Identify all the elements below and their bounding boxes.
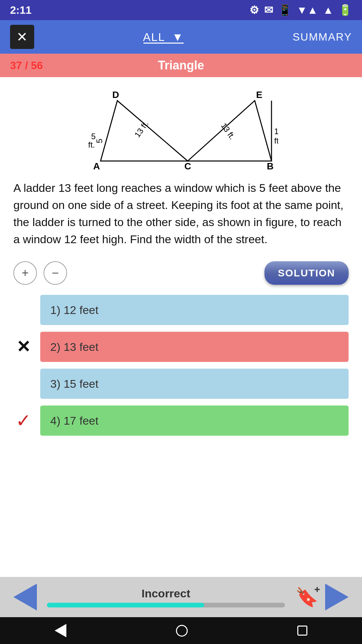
settings-icon: ⚙: [249, 4, 259, 16]
dropdown-arrow-icon: ▼: [172, 31, 184, 44]
svg-text:12: 12: [274, 127, 278, 136]
bookmark-plus-icon: +: [314, 584, 320, 595]
option-label-3: 3) 15 feet: [50, 377, 99, 390]
svg-text:B: B: [267, 161, 274, 171]
zoom-in-icon: +: [21, 266, 28, 280]
option-button-4[interactable]: 4) 17 feet: [40, 406, 349, 436]
option-label-4: 4) 17 feet: [50, 414, 99, 427]
svg-text:5: 5: [91, 132, 96, 141]
close-button[interactable]: ✕: [10, 25, 34, 49]
summary-button[interactable]: SUMMARY: [293, 31, 352, 43]
email-icon: ✉: [264, 4, 273, 16]
option-row-2: ✕ 2) 13 feet: [13, 332, 349, 362]
filter-wrapper: ALL ▼: [143, 31, 184, 44]
android-home-icon: [176, 625, 188, 637]
bottom-center: Incorrect: [40, 587, 292, 607]
progress-track: [47, 603, 285, 607]
option-label-2: 2) 13 feet: [50, 340, 99, 353]
nav-underline: [143, 43, 184, 44]
main-content: D E A C B 5 5 ft. 13 ft. 13 ft. 12 ft.: [0, 77, 362, 577]
time-label: 2:11: [10, 4, 32, 16]
options-container: 1) 12 feet ✕ 2) 13 feet 3) 15 feet ✓ 4) …: [10, 291, 352, 439]
option-row-3: 3) 15 feet: [13, 369, 349, 399]
result-label: Incorrect: [141, 587, 190, 600]
progress-row: 37 / 56 Triangle: [0, 54, 362, 77]
option-button-2[interactable]: 2) 13 feet: [40, 332, 349, 362]
svg-text:C: C: [184, 161, 191, 171]
progress-fill: [47, 603, 204, 607]
zoom-out-button[interactable]: −: [44, 261, 67, 285]
close-icon: ✕: [16, 29, 28, 45]
option-marker-4: ✓: [13, 410, 34, 431]
svg-text:13 ft.: 13 ft.: [133, 119, 150, 139]
status-icons: ⚙ ✉ 📱 ▼▲ ▲ 🔋: [249, 4, 352, 16]
option-row-1: 1) 12 feet: [13, 295, 349, 325]
controls-row: + − SOLUTION: [10, 258, 352, 291]
diagram-container: D E A C B 5 5 ft. 13 ft. 13 ft. 12 ft.: [10, 84, 352, 174]
option-button-1[interactable]: 1) 12 feet: [40, 295, 349, 325]
zoom-out-icon: −: [52, 266, 59, 280]
battery-icon: 🔋: [339, 4, 352, 16]
svg-text:13 ft.: 13 ft.: [219, 121, 237, 141]
prev-arrow-icon: [13, 584, 37, 610]
filter-center: ALL ▼: [143, 31, 184, 44]
option-button-3[interactable]: 3) 15 feet: [40, 369, 349, 399]
signal-icon: ▲: [323, 4, 334, 16]
android-nav-bar: [0, 617, 362, 644]
top-nav: ✕ ALL ▼ SUMMARY: [0, 20, 362, 54]
question-text: A ladder 13 feet long reaches a window w…: [10, 174, 352, 258]
bottom-nav: Incorrect 🔖 +: [0, 577, 362, 617]
filter-label: ALL: [143, 31, 165, 44]
solution-label: SOLUTION: [278, 267, 335, 278]
progress-counter: 37 / 56: [10, 59, 57, 72]
next-arrow-icon: [325, 584, 349, 610]
option-label-1: 1) 12 feet: [50, 304, 99, 316]
svg-text:ft.: ft.: [274, 136, 278, 145]
triangle-diagram: D E A C B 5 5 ft. 13 ft. 13 ft. 12 ft.: [84, 91, 278, 171]
solution-button[interactable]: SOLUTION: [264, 261, 349, 285]
zoom-in-button[interactable]: +: [13, 261, 37, 285]
prev-button[interactable]: [10, 582, 40, 612]
android-back-icon: [55, 624, 66, 637]
svg-text:A: A: [93, 161, 100, 171]
svg-text:D: D: [112, 91, 119, 100]
svg-text:5: 5: [95, 139, 104, 143]
svg-text:ft.: ft.: [88, 140, 95, 149]
zoom-controls: + −: [13, 261, 67, 285]
android-recent-icon: [297, 626, 307, 636]
topic-title: Triangle: [57, 58, 305, 72]
svg-text:E: E: [256, 91, 262, 100]
wifi-icon: ▼▲: [297, 4, 318, 16]
bookmark-button[interactable]: 🔖 +: [292, 582, 322, 612]
phone-icon: 📱: [278, 4, 292, 16]
next-button[interactable]: [322, 582, 352, 612]
option-row-4: ✓ 4) 17 feet: [13, 406, 349, 436]
option-marker-2: ✕: [13, 337, 34, 357]
status-bar: 2:11 ⚙ ✉ 📱 ▼▲ ▲ 🔋: [0, 0, 362, 20]
